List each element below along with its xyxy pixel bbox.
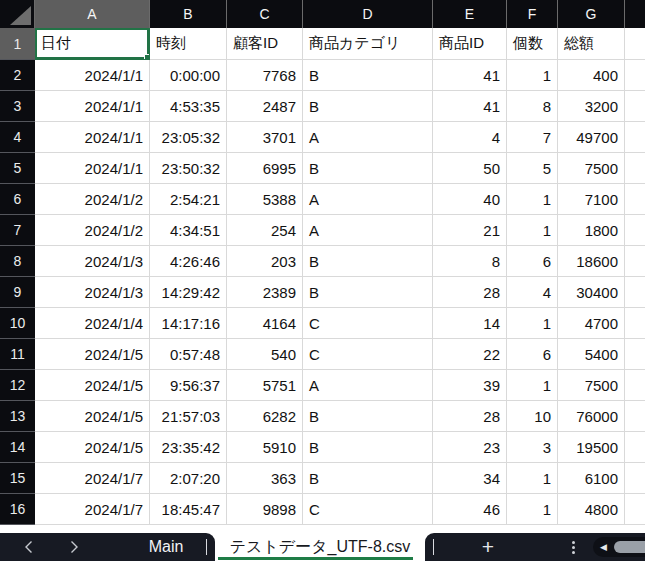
cell-A10[interactable]: 2024/1/4 <box>35 308 150 339</box>
row-header-11[interactable]: 11 <box>0 339 35 370</box>
cell-G13[interactable]: 76000 <box>558 401 625 432</box>
col-header-A[interactable]: A <box>35 0 150 28</box>
cell-E2[interactable]: 41 <box>433 60 507 91</box>
cell-partial-10[interactable] <box>625 308 645 339</box>
cell-C9[interactable]: 2389 <box>227 277 303 308</box>
row-header-5[interactable]: 5 <box>0 153 35 184</box>
cell-partial-13[interactable] <box>625 401 645 432</box>
cell-C5[interactable]: 6995 <box>227 153 303 184</box>
cell-D7[interactable]: A <box>303 215 433 246</box>
cell-E1[interactable]: 商品ID <box>433 28 507 60</box>
cell-A9[interactable]: 2024/1/3 <box>35 277 150 308</box>
cell-C7[interactable]: 254 <box>227 215 303 246</box>
cell-C15[interactable]: 363 <box>227 463 303 494</box>
cell-G4[interactable]: 49700 <box>558 122 625 153</box>
col-header-G[interactable]: G <box>558 0 625 28</box>
cell-A6[interactable]: 2024/1/2 <box>35 184 150 215</box>
row-header-12[interactable]: 12 <box>0 370 35 401</box>
cell-D12[interactable]: A <box>303 370 433 401</box>
cell-G15[interactable]: 6100 <box>558 463 625 494</box>
cell-partial-1[interactable] <box>625 28 645 60</box>
cell-partial-11[interactable] <box>625 339 645 370</box>
cell-D13[interactable]: B <box>303 401 433 432</box>
cell-G16[interactable]: 4800 <box>558 494 625 525</box>
cell-B16[interactable]: 18:45:47 <box>150 494 227 525</box>
row-header-10[interactable]: 10 <box>0 308 35 339</box>
cell-D8[interactable]: B <box>303 246 433 277</box>
cell-E9[interactable]: 28 <box>433 277 507 308</box>
cell-E5[interactable]: 50 <box>433 153 507 184</box>
cell-B9[interactable]: 14:29:42 <box>150 277 227 308</box>
cell-F5[interactable]: 5 <box>507 153 558 184</box>
cell-B1[interactable]: 時刻 <box>150 28 227 60</box>
cell-D10[interactable]: C <box>303 308 433 339</box>
cell-F3[interactable]: 8 <box>507 91 558 122</box>
cell-D3[interactable]: B <box>303 91 433 122</box>
cell-E7[interactable]: 21 <box>433 215 507 246</box>
sheet-tab-main[interactable]: Main <box>128 533 204 561</box>
cell-B8[interactable]: 4:26:46 <box>150 246 227 277</box>
cell-C11[interactable]: 540 <box>227 339 303 370</box>
cell-G7[interactable]: 1800 <box>558 215 625 246</box>
cell-B5[interactable]: 23:50:32 <box>150 153 227 184</box>
row-header-1[interactable]: 1 <box>0 28 35 60</box>
cell-C1[interactable]: 顧客ID <box>227 28 303 60</box>
cell-A5[interactable]: 2024/1/1 <box>35 153 150 184</box>
row-header-15[interactable]: 15 <box>0 463 35 494</box>
horizontal-scrollbar[interactable]: ◀ <box>593 537 645 557</box>
cell-F4[interactable]: 7 <box>507 122 558 153</box>
cell-D11[interactable]: C <box>303 339 433 370</box>
cell-F1[interactable]: 個数 <box>507 28 558 60</box>
cell-F12[interactable]: 1 <box>507 370 558 401</box>
cell-C8[interactable]: 203 <box>227 246 303 277</box>
cell-G5[interactable]: 7500 <box>558 153 625 184</box>
cell-C13[interactable]: 6282 <box>227 401 303 432</box>
cell-A3[interactable]: 2024/1/1 <box>35 91 150 122</box>
cell-D5[interactable]: B <box>303 153 433 184</box>
kebab-menu-icon[interactable] <box>565 533 581 561</box>
cell-B11[interactable]: 0:57:48 <box>150 339 227 370</box>
cell-D2[interactable]: B <box>303 60 433 91</box>
cell-A7[interactable]: 2024/1/2 <box>35 215 150 246</box>
cell-partial-4[interactable] <box>625 122 645 153</box>
cell-E8[interactable]: 8 <box>433 246 507 277</box>
cell-D4[interactable]: A <box>303 122 433 153</box>
cell-E3[interactable]: 41 <box>433 91 507 122</box>
cell-E16[interactable]: 46 <box>433 494 507 525</box>
cell-C4[interactable]: 3701 <box>227 122 303 153</box>
cell-B3[interactable]: 4:53:35 <box>150 91 227 122</box>
cell-F2[interactable]: 1 <box>507 60 558 91</box>
cell-F7[interactable]: 1 <box>507 215 558 246</box>
cell-E4[interactable]: 4 <box>433 122 507 153</box>
cell-partial-12[interactable] <box>625 370 645 401</box>
cell-E13[interactable]: 28 <box>433 401 507 432</box>
cell-D14[interactable]: B <box>303 432 433 463</box>
scroll-left-icon[interactable]: ◀ <box>600 537 607 557</box>
cell-E10[interactable]: 14 <box>433 308 507 339</box>
cell-G8[interactable]: 18600 <box>558 246 625 277</box>
cell-B4[interactable]: 23:05:32 <box>150 122 227 153</box>
cell-B15[interactable]: 2:07:20 <box>150 463 227 494</box>
cell-B10[interactable]: 14:17:16 <box>150 308 227 339</box>
cell-G10[interactable]: 4700 <box>558 308 625 339</box>
cell-A12[interactable]: 2024/1/5 <box>35 370 150 401</box>
row-header-4[interactable]: 4 <box>0 122 35 153</box>
cell-G12[interactable]: 7500 <box>558 370 625 401</box>
cell-F6[interactable]: 1 <box>507 184 558 215</box>
cell-B14[interactable]: 23:35:42 <box>150 432 227 463</box>
cell-D1[interactable]: 商品カテゴリ <box>303 28 433 60</box>
sheet-tab-active[interactable]: テストデータ_UTF-8.csv <box>215 533 425 561</box>
row-header-8[interactable]: 8 <box>0 246 35 277</box>
cell-G3[interactable]: 3200 <box>558 91 625 122</box>
cell-F16[interactable]: 1 <box>507 494 558 525</box>
row-header-2[interactable]: 2 <box>0 60 35 91</box>
cell-E15[interactable]: 34 <box>433 463 507 494</box>
cell-partial-5[interactable] <box>625 153 645 184</box>
cell-A11[interactable]: 2024/1/5 <box>35 339 150 370</box>
cell-A13[interactable]: 2024/1/5 <box>35 401 150 432</box>
cell-partial-16[interactable] <box>625 494 645 525</box>
row-header-16[interactable]: 16 <box>0 494 35 525</box>
select-all-button[interactable] <box>0 0 35 28</box>
cell-B13[interactable]: 21:57:03 <box>150 401 227 432</box>
cell-A2[interactable]: 2024/1/1 <box>35 60 150 91</box>
